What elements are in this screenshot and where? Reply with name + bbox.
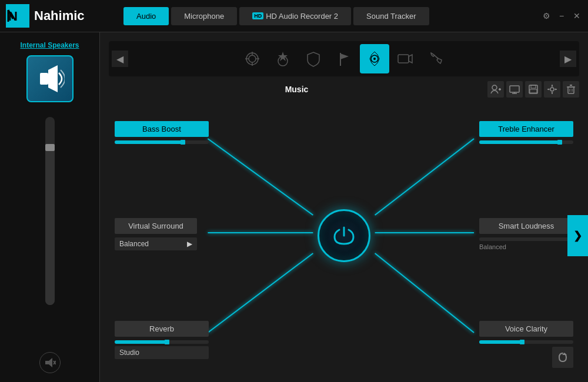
settings-icon-small: [547, 84, 557, 95]
target-icon: [244, 51, 260, 67]
hd-badge: HD: [252, 12, 263, 19]
profile-display-btn[interactable]: [506, 81, 523, 98]
svg-line-43: [208, 253, 313, 333]
minimize-button[interactable]: −: [556, 11, 567, 21]
tab-bar: Audio Microphone HD HD Audio Recorder 2 …: [123, 7, 541, 25]
profile-label: Music: [285, 85, 309, 94]
svg-marker-6: [45, 358, 52, 367]
speaker-icon: [35, 64, 65, 93]
bass-boost-slider[interactable]: [115, 140, 209, 144]
volume-fill: [45, 145, 55, 305]
bass-boost-module: Bass Boost: [115, 121, 209, 144]
svg-marker-16: [278, 52, 288, 61]
close-button[interactable]: ✕: [572, 11, 582, 21]
title-bar-controls: ⚙ − ✕: [541, 11, 582, 21]
sidebar: Internal Speakers: [0, 32, 100, 382]
display-icon: [509, 84, 520, 95]
toolbar-icon-music[interactable]: [360, 44, 389, 73]
toolbar-icons: [128, 44, 560, 73]
title-bar: N Nahimic Audio Microphone HD HD Audio R…: [0, 0, 588, 32]
smart-loudness-slider[interactable]: [479, 237, 573, 241]
dropdown-arrow: ▶: [187, 240, 192, 248]
music-icon: [366, 51, 383, 67]
toolbar-icon-flag[interactable]: [329, 44, 359, 73]
svg-rect-22: [398, 55, 409, 63]
bass-boost-label[interactable]: Bass Boost: [115, 121, 209, 137]
reset-icon: [557, 351, 569, 363]
virtual-surround-label[interactable]: Virtual Surround: [115, 218, 197, 234]
flag-icon: [336, 51, 352, 67]
medal-icon: [275, 51, 291, 67]
svg-line-40: [375, 139, 474, 215]
reverb-label[interactable]: Reverb: [115, 321, 209, 337]
voice-clarity-label[interactable]: Voice Clarity: [479, 321, 573, 337]
toolbar-icon-medal[interactable]: [268, 44, 298, 73]
delete-icon: [566, 84, 576, 95]
power-icon: [332, 224, 356, 247]
tab-sound-tracker[interactable]: Sound Tracker: [353, 7, 429, 25]
phone-icon: [427, 51, 444, 67]
app-name: Nahimic: [34, 8, 85, 24]
settings-button[interactable]: ⚙: [541, 11, 552, 21]
profile-row: Music: [109, 81, 579, 98]
speaker-icon-container: [26, 55, 74, 102]
smart-loudness-label[interactable]: Smart Loudness: [479, 218, 573, 234]
audio-effects: Bass Boost Treble Enhancer Virtual Surro…: [109, 103, 579, 368]
svg-point-21: [373, 58, 376, 60]
save-icon: [528, 84, 539, 95]
volume-slider-container: [45, 111, 55, 352]
toolbar-next[interactable]: ▶: [560, 51, 576, 67]
volume-slider[interactable]: [45, 117, 55, 305]
svg-marker-23: [409, 55, 412, 63]
svg-line-44: [375, 253, 474, 333]
svg-point-10: [249, 55, 256, 62]
logo-area: N Nahimic: [6, 4, 123, 28]
device-label: Internal Speakers: [20, 41, 79, 49]
treble-enhancer-label[interactable]: Treble Enhancer: [479, 121, 573, 137]
svg-rect-27: [510, 86, 519, 92]
smart-loudness-module: Smart Loudness Balanced: [479, 218, 573, 250]
toolbar-icon-target[interactable]: [238, 44, 267, 73]
voice-clarity-module: Voice Clarity: [479, 321, 573, 344]
svg-point-24: [492, 85, 497, 90]
virtual-surround-dropdown[interactable]: Balanced ▶: [115, 237, 197, 250]
shield-icon: [305, 51, 322, 67]
profile-delete-btn[interactable]: [563, 81, 579, 98]
toolbar-icon-phone[interactable]: [421, 44, 450, 73]
tab-hd-recorder[interactable]: HD HD Audio Recorder 2: [239, 7, 351, 25]
volume-thumb: [45, 144, 55, 151]
svg-marker-18: [340, 53, 349, 59]
svg-rect-4: [40, 73, 48, 85]
profile-settings-btn[interactable]: [544, 81, 560, 98]
profile-save-btn[interactable]: [525, 81, 542, 98]
mute-button[interactable]: [39, 352, 61, 373]
toolbar-prev[interactable]: ◀: [112, 51, 128, 67]
reverb-dropdown[interactable]: Studio: [115, 346, 209, 359]
profile-add-btn[interactable]: [487, 81, 504, 98]
power-button[interactable]: [318, 209, 370, 262]
mute-icon: [44, 357, 56, 368]
right-nav-button[interactable]: ❯: [567, 215, 588, 256]
tab-audio[interactable]: Audio: [123, 7, 169, 25]
svg-line-39: [208, 139, 313, 215]
treble-enhancer-module: Treble Enhancer: [479, 121, 573, 144]
treble-slider[interactable]: [479, 140, 573, 144]
toolbar-icon-shield[interactable]: [299, 44, 328, 73]
svg-rect-34: [568, 87, 574, 93]
reverb-module: Reverb Studio: [115, 321, 209, 359]
virtual-surround-module: Virtual Surround Balanced ▶: [115, 218, 197, 250]
nahimic-logo: N: [6, 4, 29, 28]
toolbar-icon-video[interactable]: [390, 44, 420, 73]
add-profile-icon: [490, 84, 501, 95]
tab-microphone[interactable]: Microphone: [171, 7, 237, 25]
main-layout: Internal Speakers ◀: [0, 32, 588, 382]
reset-button[interactable]: [552, 347, 573, 368]
reverb-slider[interactable]: [115, 340, 209, 344]
video-icon: [397, 51, 413, 67]
profile-actions: [487, 81, 579, 98]
svg-marker-5: [48, 65, 58, 92]
content-area: ◀: [100, 32, 588, 382]
svg-rect-32: [530, 89, 537, 93]
icon-toolbar: ◀: [109, 41, 579, 76]
voice-clarity-slider[interactable]: [479, 340, 573, 344]
